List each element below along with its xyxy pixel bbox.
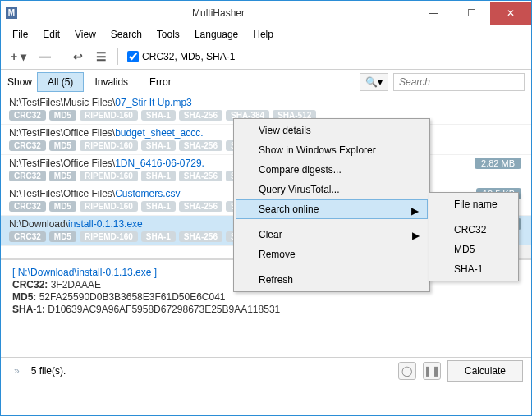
hash-badge: RIPEMD-160	[80, 231, 138, 242]
menubar: FileEditViewSearchToolsLanguageHelp	[1, 25, 531, 43]
context-submenu-item[interactable]: CRC32	[431, 220, 516, 240]
detail-value: 52FA25590D0B3B3658E3F61D50E6C041	[39, 291, 226, 303]
context-submenu-item[interactable]: File name	[431, 194, 516, 214]
filter-tab[interactable]: Error	[139, 72, 182, 92]
remove-button[interactable]: —	[34, 47, 56, 66]
menu-search[interactable]: Search	[104, 27, 149, 42]
filter-tab[interactable]: All (5)	[37, 72, 84, 92]
menu-view[interactable]: View	[68, 27, 103, 42]
hash-badge: SHA-1	[141, 140, 176, 151]
hash-types-checkbox[interactable]: CRC32, MD5, SHA-1	[127, 51, 235, 62]
detail-label: CRC32:	[12, 279, 51, 290]
detail-label: MD5:	[12, 291, 39, 303]
hash-badge: RIPEMD-160	[80, 171, 138, 181]
search-input[interactable]	[393, 73, 525, 91]
context-submenu-item[interactable]: SHA-1	[431, 259, 516, 279]
status-text: 5 file(s).	[31, 365, 66, 377]
file-path: N:\TestFiles\Music Files\	[9, 97, 115, 108]
hash-badge: SHA-1	[141, 110, 176, 121]
submenu-arrow-icon: ▶	[412, 230, 420, 241]
hash-badge: MD5	[49, 231, 76, 242]
file-name: 07_Stir It Up.mp3	[115, 97, 191, 108]
context-submenu: File nameCRC32MD5SHA-1	[429, 192, 519, 281]
hash-badge: MD5	[49, 201, 76, 212]
filter-tab[interactable]: Invalids	[84, 72, 139, 92]
file-path: N:\TestFiles\Office Files\	[9, 188, 115, 199]
toolbar: + ▾ — ↩ ☰ CRC32, MD5, SHA-1	[1, 43, 531, 70]
hash-badge: SHA-1	[141, 171, 176, 181]
hash-badge: SHA-1	[141, 201, 176, 212]
hash-badge: CRC32	[9, 110, 46, 121]
status-prefix: »	[9, 365, 25, 377]
hash-badge: SHA-256	[179, 231, 222, 242]
titlebar: M MultiHasher — ☐ ✕	[1, 1, 531, 25]
file-name: install-0.1.13.exe	[68, 218, 143, 230]
menu-separator	[239, 267, 424, 267]
hash-badge: CRC32	[9, 231, 46, 242]
submenu-arrow-icon: ▶	[411, 205, 419, 217]
filter-bar: Show All (5)InvalidsError 🔍▾	[1, 70, 531, 94]
context-menu-item[interactable]: Show in Windows Explorer	[236, 140, 428, 160]
menu-help[interactable]: Help	[246, 27, 280, 42]
detail-value: 3F2DAAAE	[51, 279, 101, 290]
close-button[interactable]: ✕	[490, 2, 531, 25]
window-title: MultiHasher	[22, 7, 415, 19]
add-button[interactable]: + ▾	[6, 47, 31, 66]
context-menu-item[interactable]: Search online▶	[236, 199, 428, 219]
hash-badge: MD5	[49, 140, 76, 151]
separator	[117, 48, 118, 65]
hash-badge: MD5	[49, 171, 76, 181]
hash-badge: SHA-256	[179, 140, 222, 151]
menu-edit[interactable]: Edit	[36, 27, 66, 42]
hash-badge: SHA-256	[179, 110, 222, 121]
hash-types-check-input[interactable]	[127, 51, 139, 62]
menu-separator	[434, 217, 513, 217]
file-name: 1DN_6416-06-0729.	[115, 158, 204, 169]
context-menu-item[interactable]: Query VirusTotal...	[236, 180, 428, 199]
detail-value: D10639AC9A96AF5958D67298673E25B9AA118531	[48, 304, 280, 315]
hash-badge: MD5	[49, 110, 76, 121]
separator	[62, 48, 62, 65]
menu-language[interactable]: Language	[188, 27, 245, 42]
context-menu: View detailsShow in Windows ExplorerComp…	[233, 118, 430, 292]
file-path: N:\Download\	[9, 218, 68, 230]
hash-badge: SHA-256	[179, 171, 222, 181]
options-button[interactable]: ☰	[91, 47, 112, 66]
file-path: N:\TestFiles\Office Files\	[9, 127, 115, 139]
hash-badge: RIPEMD-160	[80, 201, 138, 212]
detail-line: MD5: 52FA25590D0B3B3658E3F61D50E6C041	[12, 291, 520, 303]
hash-types-label: CRC32, MD5, SHA-1	[142, 51, 235, 62]
file-name: budget_sheet_accc.	[115, 127, 203, 139]
file-path: N:\TestFiles\Office Files\	[9, 158, 115, 169]
context-menu-item[interactable]: Refresh	[236, 270, 428, 290]
file-name: Customers.csv	[115, 188, 180, 199]
context-menu-item[interactable]: Remove	[236, 245, 428, 264]
hash-badge: RIPEMD-160	[80, 110, 138, 121]
hash-badge: CRC32	[9, 201, 46, 212]
hash-badge: RIPEMD-160	[80, 140, 138, 151]
stop-button[interactable]: ◯	[398, 362, 416, 380]
hash-badge: SHA-1	[141, 231, 176, 242]
context-menu-item[interactable]: Compare digests...	[236, 160, 428, 180]
hash-badge: SHA-256	[179, 201, 222, 212]
status-bar: » 5 file(s). ◯ ❚❚ Calculate	[1, 357, 531, 383]
minimize-button[interactable]: —	[415, 2, 452, 25]
hash-badge: CRC32	[9, 171, 46, 181]
pause-button[interactable]: ❚❚	[423, 362, 441, 380]
menu-separator	[239, 222, 424, 222]
search-dropdown-button[interactable]: 🔍▾	[360, 73, 388, 91]
app-icon: M	[6, 7, 17, 19]
calculate-button[interactable]: Calculate	[447, 360, 523, 382]
hash-badge: CRC32	[9, 140, 46, 151]
file-size: 2.82 MB	[475, 158, 521, 169]
menu-file[interactable]: File	[6, 27, 34, 42]
context-menu-item[interactable]: Clear▶	[236, 225, 428, 245]
context-submenu-item[interactable]: MD5	[431, 240, 516, 259]
maximize-button[interactable]: ☐	[452, 2, 490, 25]
context-menu-item[interactable]: View details	[236, 121, 428, 140]
detail-label: SHA-1:	[12, 304, 48, 315]
detail-line: SHA-1: D10639AC9A96AF5958D67298673E25B9A…	[12, 304, 520, 315]
back-button[interactable]: ↩	[68, 47, 88, 66]
show-label: Show	[7, 76, 32, 88]
menu-tools[interactable]: Tools	[150, 27, 186, 42]
